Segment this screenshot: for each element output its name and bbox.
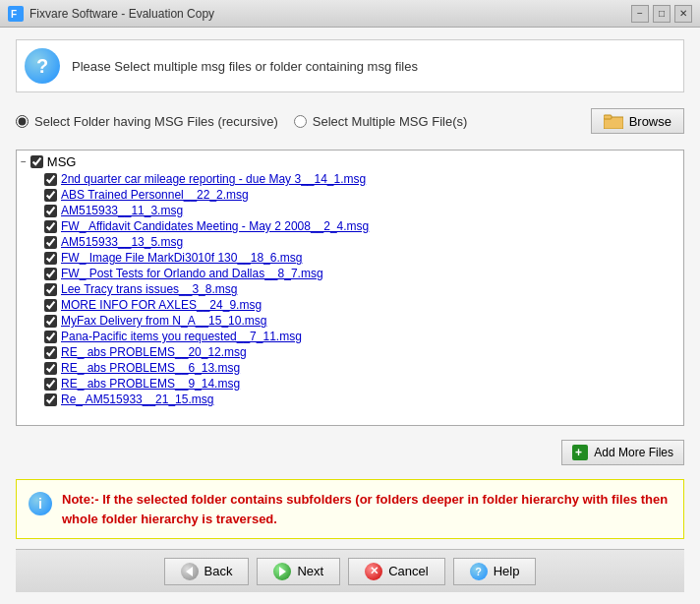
item-checkbox-6[interactable] [44,268,57,280]
item-checkbox-3[interactable] [44,220,57,233]
next-button[interactable]: Next [257,558,340,585]
cancel-button[interactable]: ✕ Cancel [348,558,444,585]
item-label-1[interactable]: ABS Trained Personnel__22_2.msg [61,188,249,202]
next-label: Next [297,564,323,578]
list-item: ABS Trained Personnel__22_2.msg [17,187,683,203]
browse-button[interactable]: Browse [591,108,684,134]
radio-folder-input[interactable] [16,115,29,128]
note-section: i Note:- If the selected folder contains… [16,479,684,539]
item-checkbox-7[interactable] [44,283,57,296]
list-item: 2nd quarter car mileage reporting - due … [17,171,683,187]
item-checkbox-14[interactable] [44,393,57,406]
item-checkbox-11[interactable] [44,346,57,359]
item-checkbox-12[interactable] [44,362,57,375]
radio-files-label: Select Multiple MSG File(s) [313,114,467,129]
list-item: RE_ abs PROBLEMS__20_12.msg [17,344,683,360]
bottom-bar: Back Next ✕ Cancel ? Help [16,549,684,592]
list-item: AM515933__13_5.msg [17,234,683,250]
title-bar-text: Fixvare Software - Evaluation Copy [29,7,214,21]
help-button[interactable]: ? Help [453,558,537,585]
help-icon: ? [470,563,488,580]
header-section: ? Please Select multiple msg files or fo… [16,39,684,92]
list-item: RE_ abs PROBLEMS__6_13.msg [17,360,683,376]
radio-folder-option[interactable]: Select Folder having MSG Files (recursiv… [16,114,278,129]
maximize-button[interactable]: □ [653,5,671,23]
svg-text:F: F [11,9,17,20]
add-files-icon: + [572,445,588,460]
note-info-icon: i [29,492,52,515]
radio-files-input[interactable] [294,115,307,128]
help-label: Help [494,564,520,578]
list-item: Lee Tracy trans issues__3_8.msg [17,281,683,297]
list-item: MyFax Delivery from N_A__15_10.msg [17,313,683,329]
list-item: FW_ Affidavit Candidates Meeting - May 2… [17,218,683,234]
title-bar-left: F Fixvare Software - Evaluation Copy [8,6,214,22]
folder-icon [604,113,623,129]
list-item: AM515933__11_3.msg [17,203,683,218]
add-files-row: + Add More Files [16,436,684,469]
file-tree-scroll[interactable]: − MSG 2nd quarter car mileage reporting … [17,151,683,425]
item-checkbox-10[interactable] [44,331,57,343]
list-item: RE_ abs PROBLEMS__9_14.msg [17,376,683,392]
item-label-7[interactable]: Lee Tracy trans issues__3_8.msg [61,282,237,296]
app-icon: F [8,6,24,22]
item-checkbox-9[interactable] [44,315,57,328]
item-checkbox-1[interactable] [44,189,57,202]
item-label-12[interactable]: RE_ abs PROBLEMS__6_13.msg [61,361,240,375]
item-label-13[interactable]: RE_ abs PROBLEMS__9_14.msg [61,377,240,391]
item-checkbox-5[interactable] [44,252,57,265]
title-bar: F Fixvare Software - Evaluation Copy − □… [0,0,700,28]
root-checkbox[interactable] [30,155,43,168]
minimize-button[interactable]: − [631,5,649,23]
help-icon: ? [25,48,60,84]
next-icon [273,563,291,580]
item-checkbox-4[interactable] [44,236,57,249]
list-item: Pana-Pacific items you requested__7_11.m… [17,329,683,344]
list-item: MORE INFO FOR AXLES__24_9.msg [17,297,683,313]
note-text: Note:- If the selected folder contains s… [62,490,671,528]
item-label-14[interactable]: Re_ AM515933__21_15.msg [61,393,213,406]
header-text: Please Select multiple msg files or fold… [72,59,418,74]
list-item: FW_ Image File MarkDi3010f 130__18_6.msg [17,250,683,266]
back-label: Back [204,564,233,578]
title-bar-controls: − □ ✕ [631,5,692,23]
item-checkbox-0[interactable] [44,173,57,186]
item-label-9[interactable]: MyFax Delivery from N_A__15_10.msg [61,314,266,328]
item-label-6[interactable]: FW_ Post Tests for Orlando and Dallas__8… [61,267,323,280]
back-icon [181,563,199,580]
list-item: Re_ AM515933__21_15.msg [17,392,683,407]
add-files-label: Add More Files [594,446,673,459]
svg-rect-3 [604,115,612,119]
item-label-11[interactable]: RE_ abs PROBLEMS__20_12.msg [61,345,247,359]
back-button[interactable]: Back [164,558,250,585]
item-checkbox-2[interactable] [44,205,57,217]
add-more-files-button[interactable]: + Add More Files [561,440,684,465]
item-label-5[interactable]: FW_ Image File MarkDi3010f 130__18_6.msg [61,251,302,265]
item-label-3[interactable]: FW_ Affidavit Candidates Meeting - May 2… [61,219,369,233]
item-label-8[interactable]: MORE INFO FOR AXLES__24_9.msg [61,298,262,312]
expand-icon[interactable]: − [21,156,27,167]
tree-root: − MSG [17,152,683,171]
cancel-label: Cancel [388,564,428,578]
item-checkbox-8[interactable] [44,299,57,312]
options-row: Select Folder having MSG Files (recursiv… [16,102,684,140]
browse-label: Browse [629,114,671,129]
root-label: MSG [47,154,77,169]
item-label-0[interactable]: 2nd quarter car mileage reporting - due … [61,172,366,186]
item-label-10[interactable]: Pana-Pacific items you requested__7_11.m… [61,330,302,343]
window-body: ? Please Select multiple msg files or fo… [0,28,700,604]
item-label-4[interactable]: AM515933__13_5.msg [61,235,183,249]
radio-files-option[interactable]: Select Multiple MSG File(s) [294,114,467,129]
radio-folder-label: Select Folder having MSG Files (recursiv… [34,114,278,129]
close-button[interactable]: ✕ [674,5,692,23]
cancel-icon: ✕ [365,563,382,580]
list-item: FW_ Post Tests for Orlando and Dallas__8… [17,266,683,281]
item-label-2[interactable]: AM515933__11_3.msg [61,204,183,217]
svg-text:+: + [575,446,582,459]
file-tree-container: − MSG 2nd quarter car mileage reporting … [16,150,684,426]
item-checkbox-13[interactable] [44,378,57,391]
